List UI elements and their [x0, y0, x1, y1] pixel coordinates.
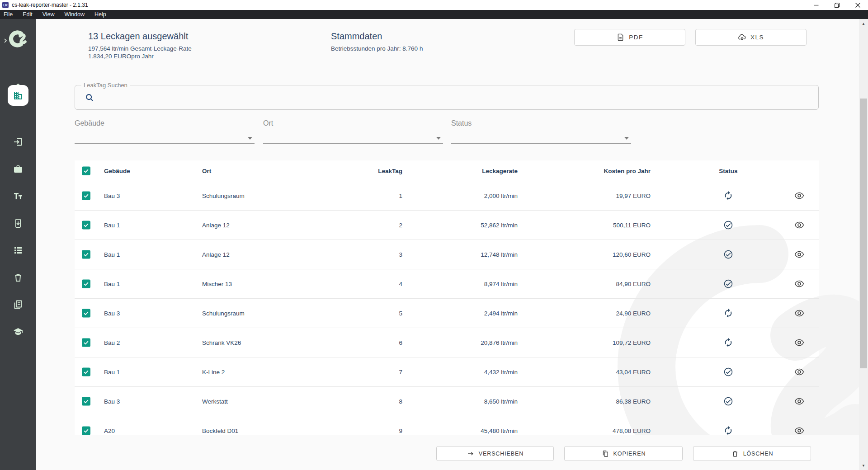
menu-help[interactable]: Help: [90, 10, 111, 19]
cell-ort: Anlage 12: [202, 222, 320, 229]
pdf-export-button[interactable]: PDF: [574, 29, 685, 46]
sidebar-item-import[interactable]: [13, 136, 24, 147]
status-indicator: [708, 396, 749, 406]
ort-dropdown-label: Ort: [263, 119, 273, 127]
header-leckagerate[interactable]: Leckagerate: [427, 167, 518, 174]
sidebar-item-school[interactable]: [13, 326, 24, 337]
delete-button[interactable]: LÖSCHEN: [693, 446, 811, 461]
table-row[interactable]: Bau 3 Schulungsraum 1 2,000 ltr/min 19,9…: [75, 181, 819, 210]
restore-icon: [835, 3, 840, 8]
sidebar-item-trash[interactable]: [13, 272, 24, 283]
status-indicator: [708, 191, 749, 201]
view-row-button[interactable]: [779, 367, 820, 377]
vertical-scrollbar[interactable]: ▲ ▼: [859, 19, 868, 470]
cell-leaktag: 9: [312, 428, 402, 434]
menu-file[interactable]: File: [0, 10, 18, 19]
view-row-button[interactable]: [779, 220, 820, 230]
stammdaten-title: Stammdaten: [331, 31, 382, 42]
status-indicator: [708, 367, 749, 377]
table-row[interactable]: Bau 1 Anlage 12 3 12,748 ltr/min 120,60 …: [75, 240, 819, 269]
row-checkbox[interactable]: [82, 221, 90, 230]
minimize-button[interactable]: [806, 0, 826, 10]
menu-view[interactable]: View: [38, 10, 60, 19]
header-gebaeude[interactable]: Gebäude: [104, 167, 194, 174]
view-row-button[interactable]: [779, 249, 820, 259]
menu-edit[interactable]: Edit: [18, 10, 38, 19]
scrollbar-thumb[interactable]: [860, 99, 867, 368]
cell-gebaeude: Bau 2: [104, 339, 194, 346]
table-row[interactable]: Bau 2 Schrank VK26 6 20,876 ltr/min 109,…: [75, 328, 819, 357]
arrow-right-icon: [467, 450, 475, 458]
table-header-row: Gebäude Ort LeakTag Leckagerate Kosten p…: [75, 160, 819, 181]
status-dropdown[interactable]: Status: [451, 119, 631, 144]
row-checkbox[interactable]: [82, 192, 90, 200]
view-row-button[interactable]: [779, 338, 820, 348]
table-row[interactable]: Bau 1 Mischer 13 4 8,974 ltr/min 84,90 E…: [75, 269, 819, 298]
eye-icon: [794, 279, 804, 289]
scroll-up-arrow[interactable]: ▲: [859, 20, 868, 27]
copy-button[interactable]: KOPIEREN: [564, 446, 683, 461]
xls-export-button[interactable]: XLS: [695, 29, 807, 46]
row-checkbox[interactable]: [82, 280, 90, 288]
row-checkbox[interactable]: [82, 338, 90, 347]
view-row-button[interactable]: [779, 191, 820, 201]
header-kosten[interactable]: Kosten pro Jahr: [536, 167, 651, 174]
move-button[interactable]: VERSCHIEBEN: [436, 446, 554, 461]
copy-icon: [601, 450, 609, 458]
cell-gebaeude: Bau 1: [104, 281, 194, 287]
row-checkbox[interactable]: [82, 427, 90, 435]
typography-icon: [13, 191, 24, 202]
view-row-button[interactable]: [779, 279, 820, 289]
select-all-checkbox[interactable]: [82, 166, 90, 175]
check-icon: [83, 168, 89, 174]
sidebar-item-documents[interactable]: [13, 299, 24, 310]
view-row-button[interactable]: [779, 396, 820, 406]
header-status[interactable]: Status: [708, 167, 749, 174]
check-icon: [83, 193, 89, 199]
selection-title: 13 Leckagen ausgewählt: [88, 31, 188, 42]
sidebar-item-texts[interactable]: [13, 191, 24, 202]
view-row-button[interactable]: [779, 426, 820, 436]
gebaeude-dropdown[interactable]: Gebäude: [75, 119, 255, 144]
status-dropdown-label: Status: [451, 119, 472, 127]
ort-dropdown[interactable]: Ort: [263, 119, 443, 144]
row-checkbox[interactable]: [82, 309, 90, 318]
table-row[interactable]: Bau 3 Werkstatt 8 8,650 ltr/min 86,38 EU…: [75, 386, 819, 416]
table-row[interactable]: Bau 1 Anlage 12 2 52,862 ltr/min 500,11 …: [75, 210, 819, 240]
pdf-button-label: PDF: [629, 34, 643, 41]
check-icon: [83, 281, 89, 287]
cell-ort: Schulungsraum: [202, 310, 320, 317]
search-input[interactable]: [99, 88, 808, 106]
leaktag-search-field[interactable]: LeakTag Suchen: [75, 85, 819, 110]
minimize-icon: [814, 3, 819, 8]
cell-leaktag: 1: [312, 193, 402, 199]
sidebar-item-buildings[interactable]: [8, 85, 28, 106]
check-circle-icon: [723, 279, 733, 289]
sidebar-item-list[interactable]: [13, 245, 24, 256]
cell-leckagerate: 12,748 ltr/min: [427, 251, 518, 258]
row-checkbox[interactable]: [82, 368, 90, 376]
table-row[interactable]: Bau 1 K-Line 2 7 4,432 ltr/min 43,04 EUR…: [75, 357, 819, 386]
check-icon: [83, 222, 89, 228]
header-leaktag[interactable]: LeakTag: [312, 167, 402, 174]
eye-icon: [794, 396, 804, 406]
cell-leckagerate: 8,650 ltr/min: [427, 398, 518, 405]
row-checkbox[interactable]: [82, 250, 90, 259]
status-indicator: [708, 220, 749, 230]
close-button[interactable]: [847, 0, 868, 10]
row-checkbox[interactable]: [82, 397, 90, 406]
close-icon: [855, 3, 860, 8]
cell-gebaeude: Bau 3: [104, 310, 194, 317]
cell-ort: Werkstatt: [202, 398, 320, 405]
sidebar-item-projects[interactable]: [13, 164, 24, 174]
header-ort[interactable]: Ort: [202, 167, 320, 174]
table-row[interactable]: Bau 3 Schulungsraum 5 2,494 ltr/min 24,9…: [75, 298, 819, 328]
menu-window[interactable]: Window: [60, 10, 90, 19]
sidebar-item-device-update[interactable]: [13, 218, 24, 229]
restore-button[interactable]: [826, 0, 847, 10]
check-circle-icon: [723, 396, 733, 406]
main-content: 13 Leckagen ausgewählt 197,564 ltr/min G…: [36, 19, 859, 470]
cell-kosten: 500,11 EURO: [536, 222, 651, 229]
scroll-down-arrow[interactable]: ▼: [859, 462, 868, 469]
view-row-button[interactable]: [779, 308, 820, 318]
